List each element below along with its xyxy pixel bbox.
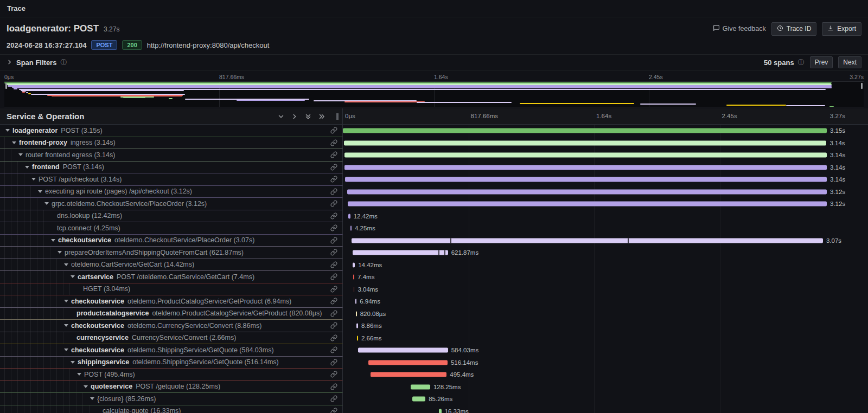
double-chevron-down-icon[interactable]: [304, 113, 312, 120]
span-name-cell[interactable]: HGET (3.04ms): [0, 283, 343, 296]
span-link-icon[interactable]: [327, 322, 342, 329]
span-bar[interactable]: [347, 189, 827, 194]
span-timeline-cell[interactable]: 8.86ms: [343, 320, 845, 332]
span-link-icon[interactable]: [327, 151, 342, 158]
minimap-viewport-handle-right[interactable]: [861, 83, 863, 89]
span-timeline-cell[interactable]: 3.14s: [343, 149, 845, 162]
span-bar[interactable]: [358, 348, 448, 353]
span-bar[interactable]: [411, 384, 430, 389]
span-link-icon[interactable]: [327, 237, 342, 244]
span-link-icon[interactable]: [327, 200, 342, 207]
span-bar[interactable]: [353, 250, 448, 255]
span-link-icon[interactable]: [327, 310, 342, 317]
span-name-cell[interactable]: quoteservicePOST /getquote (128.25ms): [0, 381, 343, 393]
span-name-cell[interactable]: cartservicePOST /oteldemo.CartService/Ge…: [0, 271, 343, 283]
span-timeline-cell[interactable]: 4.25ms: [343, 222, 845, 235]
span-name-cell[interactable]: dns.lookup (12.42ms): [0, 210, 343, 223]
chevron-right-icon[interactable]: [291, 113, 298, 120]
span-link-icon[interactable]: [327, 188, 342, 195]
span-timeline-cell[interactable]: 14.42ms: [343, 259, 845, 272]
collapse-caret-icon[interactable]: [71, 361, 75, 364]
span-link-icon[interactable]: [327, 298, 342, 305]
span-name-cell[interactable]: calculate-quote (16.33ms): [0, 405, 343, 413]
span-name-cell[interactable]: POST /api/checkout (3.14s): [0, 173, 343, 186]
minimap-canvas[interactable]: [4, 81, 864, 107]
span-link-icon[interactable]: [327, 261, 342, 268]
span-timeline-cell[interactable]: 85.26ms: [343, 393, 845, 405]
span-link-icon[interactable]: [327, 334, 342, 341]
collapse-caret-icon[interactable]: [64, 324, 68, 327]
span-name-cell[interactable]: shippingserviceoteldemo.ShippingService/…: [0, 357, 343, 369]
collapse-caret-icon[interactable]: [64, 349, 68, 351]
span-timeline-cell[interactable]: 3.04ms: [343, 283, 845, 296]
span-link-icon[interactable]: [327, 127, 342, 134]
span-bar[interactable]: [352, 238, 823, 243]
span-link-icon[interactable]: [327, 408, 342, 413]
collapse-caret-icon[interactable]: [12, 141, 16, 144]
collapse-caret-icon[interactable]: [71, 275, 75, 278]
span-link-icon[interactable]: [327, 273, 342, 280]
span-timeline-cell[interactable]: 3.14s: [343, 173, 845, 186]
export-button[interactable]: Export: [822, 22, 861, 36]
span-bar[interactable]: [348, 202, 827, 206]
span-bar[interactable]: [368, 360, 448, 365]
span-timeline-cell[interactable]: 3.12s: [343, 198, 845, 210]
span-name-cell[interactable]: frontendPOST (3.14s): [0, 162, 343, 174]
span-link-icon[interactable]: [327, 212, 342, 220]
span-link-icon[interactable]: [327, 346, 342, 353]
collapse-caret-icon[interactable]: [64, 300, 68, 302]
collapse-caret-icon[interactable]: [51, 239, 55, 242]
span-timeline-cell[interactable]: 128.25ms: [343, 381, 845, 393]
span-timeline-cell[interactable]: 3.07s: [343, 235, 845, 247]
span-name-cell[interactable]: router frontend egress (3.14s): [0, 149, 343, 162]
collapse-caret-icon[interactable]: [58, 251, 62, 254]
span-name-cell[interactable]: checkoutserviceoteldemo.CheckoutService/…: [0, 235, 343, 247]
collapse-caret-icon[interactable]: [44, 202, 49, 205]
span-link-icon[interactable]: [327, 383, 342, 390]
trace-id-button[interactable]: Trace ID: [771, 22, 817, 36]
span-link-icon[interactable]: [327, 176, 342, 183]
span-timeline-cell[interactable]: 3.14s: [343, 137, 845, 150]
span-timeline-cell[interactable]: 584.03ms: [343, 344, 845, 357]
span-name-cell[interactable]: productcatalogserviceoteldemo.ProductCat…: [0, 308, 343, 320]
chevron-down-icon[interactable]: [277, 113, 285, 120]
span-link-icon[interactable]: [327, 164, 342, 171]
span-link-icon[interactable]: [327, 371, 342, 378]
span-bar[interactable]: [371, 372, 446, 377]
span-filters-toggle[interactable]: Span Filters ⓘ: [7, 57, 67, 67]
column-resize-grip[interactable]: [336, 113, 339, 120]
span-timeline-cell[interactable]: 2.66ms: [343, 332, 845, 345]
span-timeline-cell[interactable]: 3.15s: [343, 125, 845, 137]
span-link-icon[interactable]: [327, 359, 342, 366]
span-name-cell[interactable]: POST (495.4ms): [0, 369, 343, 381]
span-name-cell[interactable]: executing api route (pages) /api/checkou…: [0, 186, 343, 198]
span-link-icon[interactable]: [327, 395, 342, 402]
collapse-caret-icon[interactable]: [5, 129, 10, 132]
collapse-caret-icon[interactable]: [77, 373, 81, 376]
span-link-icon[interactable]: [327, 286, 342, 293]
span-name-cell[interactable]: checkoutserviceoteldemo.ProductCatalogSe…: [0, 295, 343, 308]
span-bar[interactable]: [344, 165, 827, 170]
collapse-caret-icon[interactable]: [18, 153, 23, 156]
span-name-cell[interactable]: checkoutserviceoteldemo.ShippingService/…: [0, 344, 343, 357]
next-button[interactable]: Next: [838, 56, 861, 68]
collapse-caret-icon[interactable]: [84, 385, 88, 388]
span-name-cell[interactable]: grpc.oteldemo.CheckoutService/PlaceOrder…: [0, 198, 343, 210]
span-bar[interactable]: [412, 397, 425, 402]
span-link-icon[interactable]: [327, 224, 342, 231]
collapse-caret-icon[interactable]: [25, 166, 29, 169]
span-timeline-cell[interactable]: 621.87ms: [343, 247, 845, 259]
span-name-cell[interactable]: prepareOrderItemsAndShippingQuoteFromCar…: [0, 247, 343, 259]
span-name-cell[interactable]: loadgeneratorPOST (3.15s): [0, 125, 343, 137]
collapse-caret-icon[interactable]: [90, 397, 94, 400]
collapse-caret-icon[interactable]: [38, 190, 42, 193]
span-name-cell[interactable]: frontend-proxyingress (3.14s): [0, 137, 343, 150]
prev-button[interactable]: Prev: [810, 56, 833, 68]
span-name-cell[interactable]: checkoutserviceoteldemo.CurrencyService/…: [0, 320, 343, 332]
collapse-caret-icon[interactable]: [64, 263, 68, 266]
minimap-viewport-handle-left[interactable]: [5, 83, 7, 89]
span-link-icon[interactable]: [327, 249, 342, 256]
span-timeline-cell[interactable]: 6.94ms: [343, 295, 845, 308]
span-link-icon[interactable]: [327, 139, 342, 146]
span-name-cell[interactable]: tcp.connect (4.25ms): [0, 222, 343, 235]
